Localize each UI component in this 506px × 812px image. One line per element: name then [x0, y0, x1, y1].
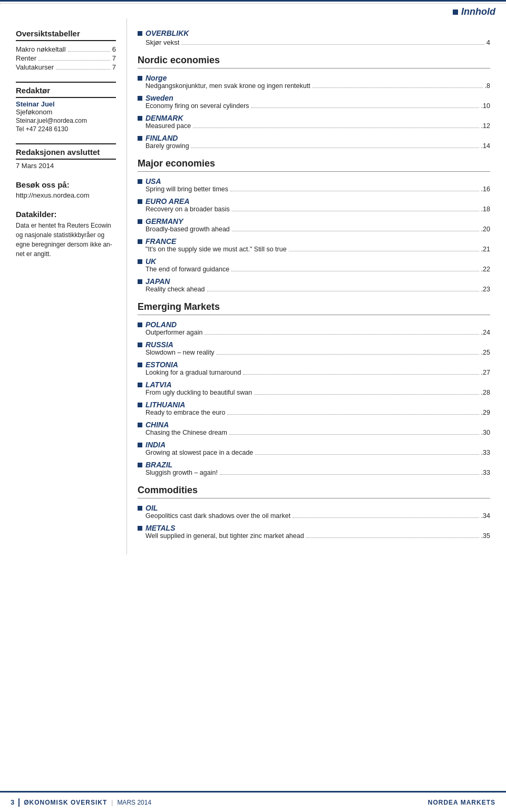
- entry-dots: [230, 185, 479, 191]
- entry-title: OIL: [145, 504, 158, 512]
- list-item: POLAND Outperformer again .24: [138, 320, 490, 336]
- entry-title: EURO AREA: [145, 197, 190, 206]
- entry-page: .23: [481, 286, 490, 293]
- overblikk-bullet: [138, 31, 142, 36]
- entry-page: .22: [481, 266, 490, 273]
- entry-page: .35: [481, 532, 490, 540]
- entry-dots: [220, 469, 479, 475]
- entry-bullet: [138, 259, 142, 264]
- entry-subtitle: Geopolitics cast dark shadows over the o…: [145, 512, 290, 520]
- redaktor-section: Redaktør Steinar Juel Sjeføkonom Steinar…: [16, 82, 116, 133]
- entry-subtitle: From ugly duckling to beautiful swan: [145, 389, 252, 396]
- entry-subtitle-row: Barely growing .14: [145, 142, 490, 150]
- toc-label-valuta: Valutakurser: [16, 63, 54, 71]
- entry-title: FINLAND: [145, 134, 178, 142]
- right-content: OVERBLIKK Skjør vekst 4 Nordic economies…: [126, 18, 506, 554]
- oversikt-title: Oversiktstabeller: [16, 29, 116, 41]
- entry-page: .18: [481, 206, 490, 213]
- entry-title: JAPAN: [145, 277, 170, 286]
- footer-left: 3 ØKONOMISK OVERSIKT | MARS 2014: [11, 798, 151, 807]
- entry-page: .34: [481, 512, 490, 520]
- overblikk-section: OVERBLIKK Skjør vekst 4: [138, 29, 490, 46]
- entry-page: .27: [481, 369, 490, 376]
- entry-subtitle-row: Growing at slowest pace in a decade .33: [145, 449, 490, 456]
- entry-title: LITHUANIA: [145, 400, 185, 409]
- list-item: FINLAND Barely growing .14: [138, 134, 490, 150]
- top-border: [0, 0, 506, 2]
- entry-dots: [191, 142, 479, 148]
- list-item: RUSSIA Slowdown – new reality .25: [138, 340, 490, 356]
- entry-dots: [254, 389, 479, 395]
- redaktor-tel: Tel +47 2248 6130: [16, 125, 116, 133]
- footer-separator: [18, 798, 20, 807]
- besok-url: http://nexus.nordea.com: [16, 191, 116, 199]
- entry-subtitle: Nedgangskonjunktur, men svak krone og in…: [145, 82, 310, 90]
- entry-title-row: CHINA: [138, 420, 490, 429]
- entry-subtitle-row: Spring will bring better times .16: [145, 185, 490, 193]
- entry-bullet: [138, 322, 142, 327]
- list-item: INDIA Growing at slowest pace in a decad…: [138, 441, 490, 456]
- entry-subtitle: Ready to embrace the euro: [145, 409, 225, 416]
- entry-title-row: DENMARK: [138, 114, 490, 122]
- entry-bullet: [138, 279, 142, 284]
- entry-subtitle: "It's on the supply side we must act." S…: [145, 246, 287, 253]
- entry-dots: [251, 102, 479, 108]
- entry-subtitle-row: Well supplied in general, but tighter zi…: [145, 532, 490, 540]
- entry-title-row: LATVIA: [138, 380, 490, 389]
- entry-title-row: FINLAND: [138, 134, 490, 142]
- entry-subtitle-row: The end of forward guidance .22: [145, 266, 490, 273]
- entry-subtitle-row: Looking for a gradual turnaround .27: [145, 369, 490, 376]
- list-item: UK The end of forward guidance .22: [138, 257, 490, 273]
- entry-subtitle-row: Geopolitics cast dark shadows over the o…: [145, 512, 490, 520]
- toc-item-renter: Renter 7: [16, 54, 116, 62]
- entry-title-row: Norge: [138, 74, 490, 82]
- entry-subtitle-row: Measured pace .12: [145, 122, 490, 130]
- entry-subtitle-row: Nedgangskonjunktur, men svak krone og in…: [145, 82, 490, 90]
- toc-dots-makro: [68, 45, 110, 52]
- entry-title: USA: [145, 177, 161, 185]
- list-item: Norge Nedgangskonjunktur, men svak krone…: [138, 74, 490, 90]
- entry-title-row: BRAZIL: [138, 461, 490, 469]
- overblikk-subtitle: Skjør vekst: [145, 38, 179, 46]
- entry-subtitle: Looking for a gradual turnaround: [145, 369, 241, 376]
- entry-bullet: [138, 363, 142, 367]
- entry-page: .28: [481, 389, 490, 396]
- entry-subtitle: Recovery on a broader basis: [145, 206, 230, 213]
- entry-dots: [232, 206, 479, 211]
- entry-title-row: METALS: [138, 524, 490, 532]
- entry-page: .16: [481, 185, 490, 193]
- entry-subtitle-row: Sluggish growth – again! .33: [145, 469, 490, 476]
- entry-subtitle-row: Reality check ahead .23: [145, 286, 490, 293]
- toc-page-renter: 7: [112, 54, 116, 62]
- entry-bullet: [138, 179, 142, 184]
- main-layout: Oversiktstabeller Makro nøkkeltall 6 Ren…: [0, 0, 506, 596]
- entry-title: CHINA: [145, 420, 169, 429]
- toc-page-makro: 6: [112, 45, 116, 53]
- redaktor-title: Redaktør: [16, 86, 116, 98]
- list-item: GERMANY Broadly-based growth ahead .20: [138, 217, 490, 233]
- list-item: Sweden Economy firing on several cylinde…: [138, 94, 490, 110]
- entry-title: FRANCE: [145, 237, 176, 246]
- footer-page: 3: [11, 798, 14, 806]
- besok-section: Besøk oss på: http://nexus.nordea.com: [16, 180, 116, 199]
- footer-brand: NORDEA MARKETS: [428, 799, 495, 806]
- toc-label-makro: Makro nøkkeltall: [16, 45, 66, 53]
- emerging-items: POLAND Outperformer again .24 RUSSIA Slo…: [138, 320, 490, 476]
- footer-date: MARS 2014: [117, 799, 151, 806]
- entry-bullet: [138, 239, 142, 244]
- entry-subtitle-row: Outperformer again .24: [145, 329, 490, 336]
- redaks-title: Redaksjonen avsluttet: [16, 148, 116, 160]
- entry-bullet: [138, 526, 142, 531]
- datakilder-title: Datakilder:: [16, 210, 116, 219]
- entry-dots: [289, 246, 479, 251]
- entry-bullet: [138, 96, 142, 101]
- entry-title: GERMANY: [145, 217, 183, 226]
- entry-title-row: GERMANY: [138, 217, 490, 226]
- toc-item-valuta: Valutakurser 7: [16, 63, 116, 71]
- overblikk-row: OVERBLIKK: [138, 29, 490, 37]
- entry-dots: [217, 349, 479, 355]
- toc-dots-valuta: [56, 63, 110, 70]
- entry-bullet: [138, 403, 142, 407]
- list-item: CHINA Chasing the Chinese dream .30: [138, 420, 490, 436]
- commodities-items: OIL Geopolitics cast dark shadows over t…: [138, 504, 490, 540]
